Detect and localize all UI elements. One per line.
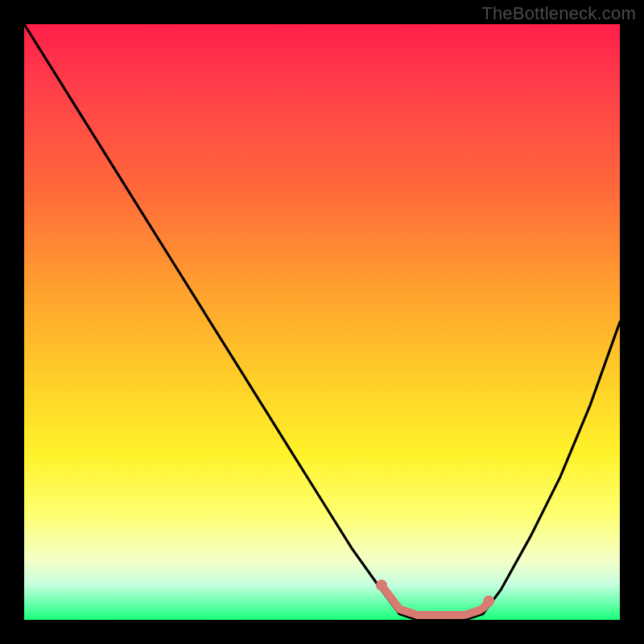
chart-svg [24,24,620,620]
highlight-dot-left [376,580,387,591]
watermark-text: TheBottleneck.com [481,3,636,24]
curve-line [24,24,620,620]
highlight-dot-right [483,596,494,607]
highlight-segment [382,585,489,615]
plot-area [24,24,620,620]
chart-frame: TheBottleneck.com [0,0,644,644]
